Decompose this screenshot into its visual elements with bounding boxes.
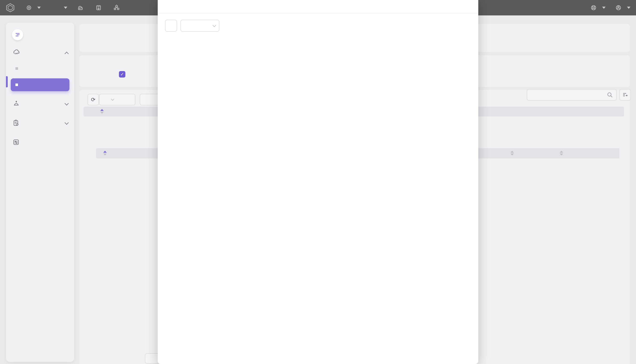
sample-duration-header[interactable]	[557, 150, 563, 156]
location-pin-icon	[26, 5, 32, 10]
chevron-down-icon	[111, 97, 114, 101]
sort-icon	[100, 108, 104, 114]
cloud-host-icon	[77, 5, 84, 11]
nav-item-cloud-host[interactable]	[77, 5, 86, 11]
interval-select[interactable]	[99, 94, 135, 105]
search-input[interactable]	[527, 92, 607, 98]
last-sample-header[interactable]	[508, 150, 514, 156]
cloud-disk-icon	[96, 5, 102, 11]
sidebar-group-logs[interactable]	[6, 116, 74, 130]
monitor-header-band	[474, 107, 624, 116]
sidebar-item-monitor-targets[interactable]	[11, 78, 69, 91]
user-menu[interactable]	[615, 5, 630, 11]
export-view-button[interactable]	[619, 89, 631, 101]
chevron-down-icon	[213, 23, 216, 27]
time-range-select[interactable]	[180, 20, 219, 32]
caret-down-icon	[64, 7, 67, 9]
sidebar-group-alerts[interactable]	[6, 97, 74, 110]
chevron-down-icon	[65, 101, 69, 106]
help-menu[interactable]	[590, 5, 605, 11]
active-group-indicator	[6, 76, 8, 87]
table-refresh-button[interactable]: ⟳	[87, 94, 99, 105]
filter-search[interactable]	[527, 89, 617, 101]
search-icon	[607, 92, 613, 98]
subtable-header-band	[474, 148, 619, 158]
modal-divider	[158, 13, 478, 14]
log-clipboard-icon	[13, 120, 19, 126]
sidebar-item-monitor-dashboard[interactable]	[6, 62, 74, 75]
alarm-bell-icon	[13, 100, 20, 107]
sort-icon	[510, 150, 514, 156]
observability-badge-icon[interactable]	[12, 29, 23, 40]
nav-item-products[interactable]	[61, 7, 67, 9]
healthy-checkbox[interactable]: ✓	[119, 71, 125, 78]
network-icon	[114, 5, 120, 11]
nav-item-network[interactable]	[114, 5, 122, 11]
caret-down-icon	[37, 7, 41, 9]
region-selector[interactable]	[26, 5, 41, 10]
chevron-up-icon	[65, 52, 69, 56]
easystack-hexagon-icon	[6, 3, 15, 12]
cloud-monitor-icon	[13, 50, 20, 56]
modal-refresh-button[interactable]	[165, 20, 177, 32]
quota-sliders-icon	[13, 139, 19, 146]
sidebar	[6, 23, 74, 362]
caret-down-icon	[602, 7, 605, 9]
export-list-icon	[622, 92, 628, 98]
sidebar-group-monitoring[interactable]	[6, 46, 74, 60]
endpoint-column-header[interactable]	[101, 150, 107, 156]
nav-item-cloud-disk[interactable]	[96, 5, 104, 11]
name-column-header[interactable]	[98, 108, 104, 114]
chevron-down-icon	[65, 120, 69, 125]
user-avatar-icon	[615, 5, 621, 11]
sidebar-group-quota[interactable]	[6, 135, 74, 149]
monitoring-data-modal	[158, 0, 478, 364]
bullet-icon	[16, 84, 18, 86]
sort-icon	[560, 150, 563, 156]
brand-logo[interactable]	[6, 3, 18, 12]
bullet-icon	[16, 67, 18, 70]
help-lifering-icon	[590, 5, 596, 11]
sort-icon	[103, 150, 107, 156]
caret-down-icon	[627, 7, 630, 9]
